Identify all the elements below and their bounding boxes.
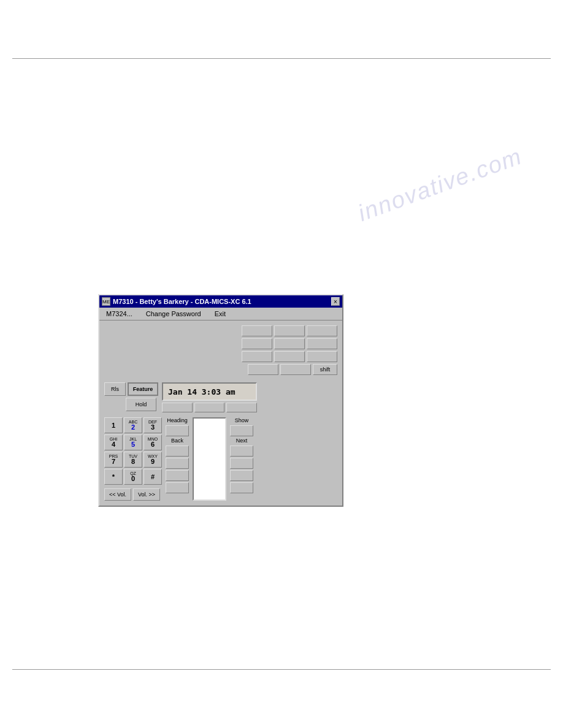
right-btn-1[interactable] [230, 425, 253, 436]
menu-item-m7324[interactable]: M7324... [99, 308, 139, 319]
dial-key-9[interactable]: WXY 9 [144, 452, 162, 468]
display-area: Jan 14 3:03 am [162, 382, 337, 412]
title-bar-text: M7310 - Betty's Barkery - CDA-MICS-XC 6.… [113, 298, 251, 305]
dial-key-6[interactable]: MNO 6 [144, 434, 162, 450]
shift-button[interactable]: shift [313, 364, 337, 375]
menu-item-exit[interactable]: Exit [208, 308, 232, 319]
dial-key-star[interactable]: * [104, 469, 123, 485]
nav-btn-2[interactable] [166, 446, 189, 457]
dial-key-star-num: * [112, 474, 115, 480]
dial-key-4-num: 4 [112, 441, 115, 448]
bottom-rule [12, 669, 551, 670]
close-button[interactable]: × [331, 297, 340, 306]
top-fn-area: shift [104, 325, 337, 375]
soft-key-row [162, 403, 257, 412]
nav-btn-4[interactable] [166, 470, 189, 481]
dial-key-5[interactable]: JKL 5 [124, 434, 142, 450]
dial-key-0[interactable]: QZ 0 [124, 469, 142, 485]
vol-row: << Vol. Vol. >> [104, 488, 162, 501]
dial-key-8[interactable]: TUV 8 [124, 452, 142, 468]
feature-button[interactable]: Feature [128, 382, 158, 396]
nav-btn-3[interactable] [166, 458, 189, 469]
dial-key-0-num: 0 [131, 476, 135, 482]
fn-row-4: shift [248, 364, 337, 375]
top-rule [12, 58, 551, 59]
nav-btn-5[interactable] [166, 482, 189, 493]
dial-key-1-num: 1 [112, 422, 115, 429]
next-label: Next [236, 438, 248, 444]
lcd-display: Jan 14 3:03 am [162, 382, 257, 401]
left-controls: Rls Feature Hold [104, 382, 158, 411]
fn-row-3 [242, 351, 337, 362]
dial-key-7[interactable]: PRS 7 [104, 452, 123, 468]
phone-body: shift Rls Feature Hold Jan 14 3:03 am [99, 320, 342, 506]
dial-key-4[interactable]: GHI 4 [104, 434, 123, 450]
right-column: Show Next [230, 417, 253, 501]
dial-key-1[interactable]: 1 [104, 417, 123, 433]
dialpad-row-4: * QZ 0 # [104, 469, 162, 485]
fn-btn-r2c1[interactable] [242, 338, 272, 349]
soft-key-1[interactable] [162, 403, 193, 412]
right-btn-2[interactable] [230, 446, 253, 457]
fn-btn-r3c3[interactable] [307, 351, 337, 362]
middle-section: Rls Feature Hold Jan 14 3:03 am [104, 382, 337, 412]
right-btn-3[interactable] [230, 458, 253, 469]
dial-key-2-num: 2 [131, 424, 135, 431]
soft-key-3[interactable] [226, 403, 257, 412]
right-btn-4[interactable] [230, 470, 253, 481]
fn-row-1 [242, 325, 337, 336]
vol-up-button[interactable]: Vol. >> [133, 488, 160, 501]
bottom-section: 1 ABC 2 DEF 3 GHI 4 [104, 417, 337, 501]
dial-key-8-num: 8 [131, 458, 135, 465]
dial-key-9-num: 9 [151, 458, 155, 465]
fn-btn-r1c2[interactable] [274, 325, 305, 336]
dial-key-3[interactable]: DEF 3 [144, 417, 162, 433]
fn-btn-r2c2[interactable] [274, 338, 305, 349]
back-label: Back [171, 438, 183, 444]
fn-btn-r4c2[interactable] [280, 364, 311, 375]
app-window: ME M7310 - Betty's Barkery - CDA-MICS-XC… [98, 294, 343, 507]
right-btn-5[interactable] [230, 482, 253, 493]
fn-btn-r2c3[interactable] [307, 338, 337, 349]
vol-down-button[interactable]: << Vol. [104, 488, 131, 501]
show-label: Show [235, 417, 249, 423]
scroll-list [193, 417, 226, 501]
dialpad: 1 ABC 2 DEF 3 GHI 4 [104, 417, 162, 501]
dial-key-hash-num: # [151, 474, 155, 480]
dial-key-2[interactable]: ABC 2 [124, 417, 142, 433]
rls-button[interactable]: Rls [104, 382, 126, 396]
dial-key-hash[interactable]: # [144, 469, 162, 485]
title-bar: ME M7310 - Betty's Barkery - CDA-MICS-XC… [99, 295, 342, 308]
heading-label: Heading [167, 417, 188, 423]
dial-key-7-num: 7 [112, 458, 115, 465]
soft-key-2[interactable] [194, 403, 225, 412]
menu-item-change-password[interactable]: Change Password [139, 308, 208, 319]
dialpad-row-3: PRS 7 TUV 8 WXY 9 [104, 452, 162, 468]
nav-column: Heading Back [166, 417, 189, 501]
app-icon: ME [102, 297, 110, 306]
fn-btn-r1c1[interactable] [242, 325, 272, 336]
fn-btn-r4c1[interactable] [248, 364, 278, 375]
watermark: innovative.com [354, 143, 526, 227]
menu-bar: M7324... Change Password Exit [99, 308, 342, 320]
fn-btn-r3c1[interactable] [242, 351, 272, 362]
dialpad-row-2: GHI 4 JKL 5 MNO 6 [104, 434, 162, 450]
hold-button[interactable]: Hold [126, 398, 156, 411]
fn-btn-r1c3[interactable] [307, 325, 337, 336]
dialpad-row-1: 1 ABC 2 DEF 3 [104, 417, 162, 433]
nav-btn-1[interactable] [166, 425, 189, 436]
dial-key-3-num: 3 [151, 424, 155, 431]
fn-btn-r3c2[interactable] [274, 351, 305, 362]
title-bar-left: ME M7310 - Betty's Barkery - CDA-MICS-XC… [102, 297, 251, 306]
rls-feature-row: Rls Feature [104, 382, 158, 396]
dial-key-6-num: 6 [151, 441, 155, 448]
fn-row-2 [242, 338, 337, 349]
dial-key-5-num: 5 [131, 441, 135, 448]
